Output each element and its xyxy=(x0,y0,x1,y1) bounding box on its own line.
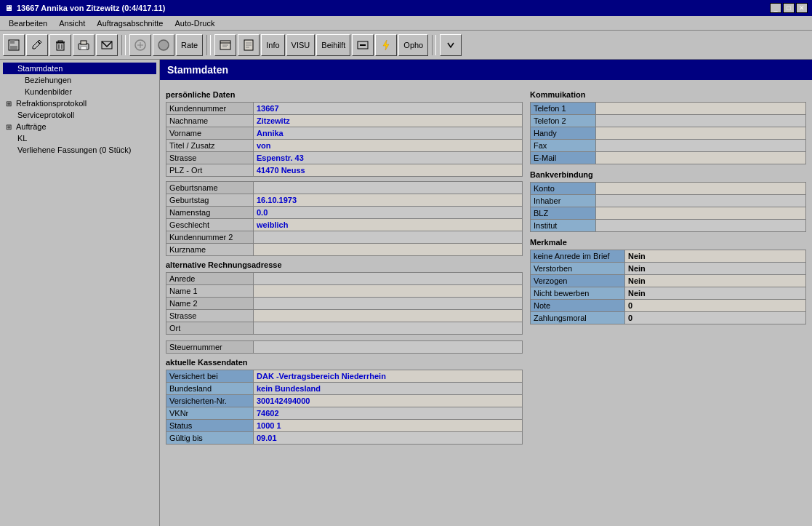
table-row: Note 0 xyxy=(531,300,806,312)
letter-button[interactable] xyxy=(214,34,236,56)
label-ort-alt: Ort xyxy=(166,322,254,335)
visu-button[interactable]: VISU xyxy=(286,34,315,56)
beihilft-button[interactable]: Beihilft xyxy=(316,34,350,56)
value-fax xyxy=(596,140,806,152)
scan-button[interactable] xyxy=(352,34,374,56)
close-button[interactable]: ✕ xyxy=(796,3,808,13)
tool-unknown-2[interactable] xyxy=(153,34,174,56)
table-row: Handy xyxy=(531,127,806,140)
value-ort-alt xyxy=(254,322,523,335)
table-row: Fax xyxy=(531,140,806,152)
mail-button[interactable] xyxy=(96,34,118,56)
value-kurzname xyxy=(254,244,523,256)
edit-button[interactable] xyxy=(26,34,48,56)
maximize-button[interactable]: □ xyxy=(783,3,795,13)
sidebar-item-stammdaten[interactable]: Stammdaten xyxy=(3,63,156,74)
label-kurzname: Kurzname xyxy=(166,244,254,256)
label-handy: Handy xyxy=(531,127,596,140)
label-versichert-bei: Versichert bei xyxy=(166,370,254,383)
toolbar-sep-2 xyxy=(206,35,211,55)
value-versicherten-nr: 300142494000 xyxy=(254,395,523,407)
svg-marker-3 xyxy=(33,40,41,49)
section-persoenliche-title: persönliche Daten xyxy=(166,90,523,99)
value-blz xyxy=(596,207,806,220)
svg-point-17 xyxy=(158,40,169,50)
value-note: 0 xyxy=(625,300,806,312)
value-konto xyxy=(596,183,806,195)
doc-button[interactable] xyxy=(238,34,260,56)
table-row: Zahlungsmoral 0 xyxy=(531,312,806,324)
label-fax: Fax xyxy=(531,140,596,152)
label-name2: Name 2 xyxy=(166,298,254,310)
menu-ansicht[interactable]: Ansicht xyxy=(53,17,91,29)
value-nachname: Zitzewitz xyxy=(254,115,523,127)
table-row: Strasse xyxy=(166,310,523,322)
table-row: Versichert bei DAK -Vertragsbereich Nied… xyxy=(166,370,523,383)
value-gueltig-bis: 09.01 xyxy=(254,432,523,445)
menu-auto-druck[interactable]: Auto-Druck xyxy=(169,17,220,29)
label-strasse: Strasse xyxy=(166,152,254,164)
section-alternative-title: alternative Rechnungsadresse xyxy=(166,260,523,269)
window-title: 13667 Annika von Zitzewitz (0:4/417.11) xyxy=(17,4,165,12)
expand-icon-refraktion: ⊞ xyxy=(6,100,12,108)
table-row: Geburtsname xyxy=(166,182,523,194)
tool-unknown-1[interactable] xyxy=(129,34,151,56)
minimize-button[interactable]: _ xyxy=(770,3,781,13)
main-layout: Stammdaten Beziehungen Kundenbilder ⊞ Re… xyxy=(0,60,812,526)
rate-button[interactable]: Rate xyxy=(176,34,203,56)
value-plz-ort: 41470 Neuss xyxy=(254,164,523,177)
value-geburtsname xyxy=(254,182,523,194)
value-handy xyxy=(596,127,806,140)
value-inhaber xyxy=(596,195,806,207)
menu-bearbeiten[interactable]: Bearbeiten xyxy=(3,17,53,29)
menu-auftragsabschnitte[interactable]: Auftragsabschnitte xyxy=(91,17,169,29)
table-row: VKNr 74602 xyxy=(166,407,523,420)
value-institut xyxy=(596,220,806,232)
value-nicht-bewerben: Nein xyxy=(625,287,806,300)
label-inhaber: Inhaber xyxy=(531,195,596,207)
sidebar-item-verliehene[interactable]: Verliehene Fassungen (0 Stück) xyxy=(3,144,156,156)
table-row: Namenstag 0.0 xyxy=(166,207,523,219)
sidebar: Stammdaten Beziehungen Kundenbilder ⊞ Re… xyxy=(0,60,160,526)
sidebar-item-auftraege[interactable]: ⊞ Aufträge xyxy=(3,121,156,132)
value-versichert-bei: DAK -Vertragsbereich Niederrhein xyxy=(254,370,523,383)
menu-bar: Bearbeiten Ansicht Auftragsabschnitte Au… xyxy=(0,16,812,31)
svg-rect-5 xyxy=(57,43,64,50)
sidebar-item-kundenbilder[interactable]: Kundenbilder xyxy=(3,86,156,97)
value-status: 1000 1 xyxy=(254,420,523,432)
value-verstorben: Nein xyxy=(625,263,806,275)
table-row: Geburtstag 16.10.1973 xyxy=(166,194,523,207)
sidebar-item-beziehungen[interactable]: Beziehungen xyxy=(3,74,156,86)
lightning-button[interactable] xyxy=(375,34,397,56)
sidebar-item-serviceprotokoll[interactable]: Serviceprotokoll xyxy=(3,109,156,121)
label-konto: Konto xyxy=(531,183,596,195)
value-telefon2 xyxy=(596,115,806,127)
table-row: Gültig bis 09.01 xyxy=(166,432,523,445)
sidebar-label-stammdaten: Stammdaten xyxy=(17,64,63,73)
table-row: Name 2 xyxy=(166,298,523,310)
label-keine-anrede: keine Anrede im Brief xyxy=(531,250,625,263)
info-button[interactable]: Info xyxy=(261,34,284,56)
label-gueltig-bis: Gültig bis xyxy=(166,432,254,445)
value-strasse-alt xyxy=(254,310,523,322)
save-button[interactable] xyxy=(3,34,25,56)
delete-button[interactable] xyxy=(49,34,71,56)
sidebar-item-kl[interactable]: KL xyxy=(3,132,156,144)
label-steuernummer: Steuernummer xyxy=(166,341,254,354)
alternative-table: Anrede Name 1 Name 2 Strasse xyxy=(166,272,523,335)
label-geschlecht: Geschlecht xyxy=(166,219,254,231)
table-row: Strasse Espenstr. 43 xyxy=(166,152,523,164)
arrow-button[interactable] xyxy=(440,34,462,56)
svg-rect-11 xyxy=(81,41,87,44)
label-nicht-bewerben: Nicht bewerben xyxy=(531,287,625,300)
label-email: E-Mail xyxy=(531,152,596,164)
opho-button[interactable]: Opho xyxy=(398,34,428,56)
table-row: Anrede xyxy=(166,273,523,285)
kommunikation-table: Telefon 1 Telefon 2 Handy Fax xyxy=(530,102,806,164)
sidebar-item-refraktion[interactable]: ⊞ Refraktionsprotokoll xyxy=(3,97,156,109)
table-row: Nachname Zitzewitz xyxy=(166,115,523,127)
sidebar-label-serviceprotokoll: Serviceprotokoll xyxy=(17,111,74,119)
sidebar-label-kl: KL xyxy=(17,134,27,143)
print-button[interactable] xyxy=(73,34,95,56)
label-geburtstag: Geburtstag xyxy=(166,194,254,207)
